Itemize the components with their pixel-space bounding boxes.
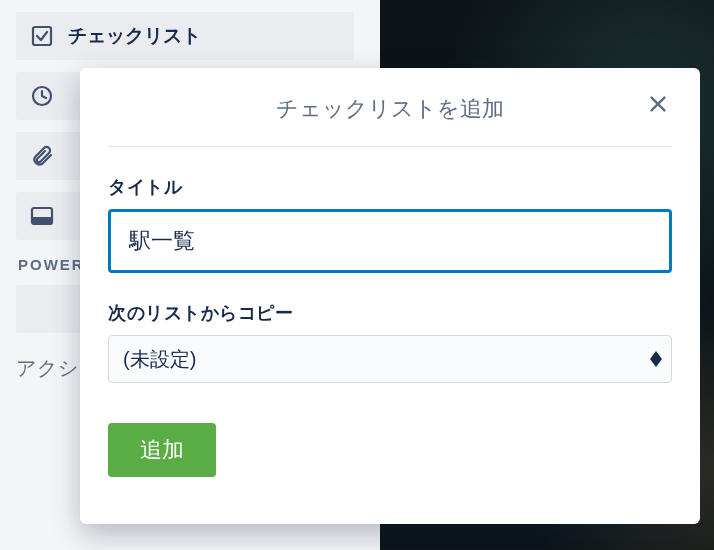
copy-from-label: 次のリストからコピー <box>108 301 672 325</box>
add-button[interactable]: 追加 <box>108 423 216 477</box>
modal-header: チェックリストを追加 <box>108 84 672 147</box>
title-field-label: タイトル <box>108 175 672 199</box>
svg-rect-0 <box>33 27 51 45</box>
sidebar-item-label: チェックリスト <box>68 23 201 49</box>
svg-rect-3 <box>32 217 52 224</box>
checkbox-icon <box>30 24 54 48</box>
add-checklist-modal: チェックリストを追加 タイトル 次のリストからコピー (未設定) 追加 <box>80 68 700 524</box>
copy-from-select-wrapper: (未設定) <box>108 335 672 383</box>
copy-from-select[interactable]: (未設定) <box>108 335 672 383</box>
paperclip-icon <box>30 144 54 168</box>
sidebar-item-checklist[interactable]: チェックリスト <box>16 12 354 60</box>
close-button[interactable] <box>644 92 672 120</box>
checklist-title-input[interactable] <box>108 209 672 273</box>
clock-icon <box>30 84 54 108</box>
cover-icon <box>30 206 54 226</box>
close-icon <box>647 93 669 119</box>
modal-title: チェックリストを追加 <box>108 94 672 124</box>
